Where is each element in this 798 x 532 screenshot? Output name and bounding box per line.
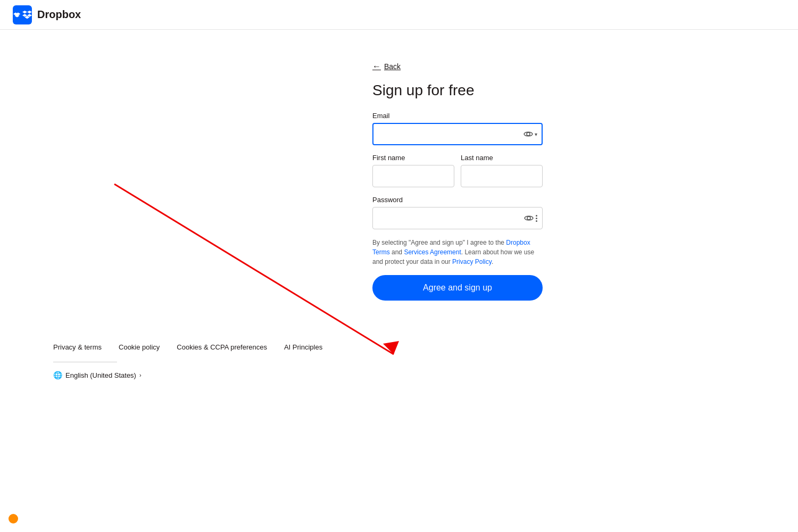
page-title: Sign up for free [372, 82, 543, 99]
signup-form-container: ← Back Sign up for free Email ▾ [372, 62, 543, 301]
locale-chevron-icon: › [139, 372, 142, 378]
page-content: ← Back Sign up for free Email ▾ [0, 30, 798, 322]
password-visibility-icon[interactable] [524, 214, 534, 222]
brand-name: Dropbox [37, 9, 81, 21]
password-menu-icon[interactable] [536, 215, 537, 222]
terms-text-1: By selecting "Agree and sign up" I agree… [372, 239, 506, 246]
password-input[interactable] [372, 207, 543, 229]
footer-link-ai[interactable]: AI Principles [284, 343, 322, 351]
last-name-field-group: Last name [461, 154, 543, 187]
svg-point-7 [527, 132, 530, 136]
first-name-field-group: First name [372, 154, 454, 187]
email-label: Email [372, 112, 543, 120]
first-name-input[interactable] [372, 165, 454, 187]
name-row: First name Last name [372, 154, 543, 196]
password-icons[interactable] [524, 214, 537, 222]
footer: Privacy & terms Cookie policy Cookies & … [0, 322, 798, 390]
email-input[interactable] [372, 123, 543, 145]
svg-point-8 [527, 217, 530, 220]
footer-link-privacy[interactable]: Privacy & terms [53, 343, 102, 351]
svg-marker-1 [27, 10, 32, 13]
terms-text-2: and [390, 248, 404, 256]
footer-locale[interactable]: 🌐 English (United States) › [53, 371, 745, 379]
header: Dropbox [0, 0, 798, 30]
agree-sign-up-button[interactable]: Agree and sign up [372, 275, 543, 301]
last-name-label: Last name [461, 154, 543, 162]
back-arrow-icon: ← [372, 62, 381, 71]
back-link[interactable]: ← Back [372, 62, 543, 71]
email-autofill-icon[interactable]: ▾ [523, 130, 537, 138]
locale-label: English (United States) [65, 371, 136, 379]
dropbox-logo-icon [13, 5, 32, 24]
password-field-group: Password [372, 196, 543, 229]
email-input-wrapper: ▾ [372, 123, 543, 145]
footer-link-cookie[interactable]: Cookie policy [119, 343, 160, 351]
privacy-policy-link[interactable]: Privacy Policy [452, 258, 492, 265]
svg-marker-0 [22, 10, 27, 13]
terms-text-4: . [492, 258, 493, 265]
back-label: Back [384, 62, 401, 71]
globe-icon: 🌐 [53, 371, 62, 379]
password-label: Password [372, 196, 543, 204]
first-name-label: First name [372, 154, 454, 162]
logo-container[interactable]: Dropbox [13, 5, 81, 24]
password-input-wrapper [372, 207, 543, 229]
footer-link-ccpa[interactable]: Cookies & CCPA preferences [177, 343, 267, 351]
email-field-group: Email ▾ [372, 112, 543, 145]
footer-divider [53, 362, 117, 362]
footer-links: Privacy & terms Cookie policy Cookies & … [53, 343, 745, 351]
services-agreement-link[interactable]: Services Agreement [404, 248, 461, 256]
terms-text: By selecting "Agree and sign up" I agree… [372, 238, 543, 267]
last-name-input[interactable] [461, 165, 543, 187]
